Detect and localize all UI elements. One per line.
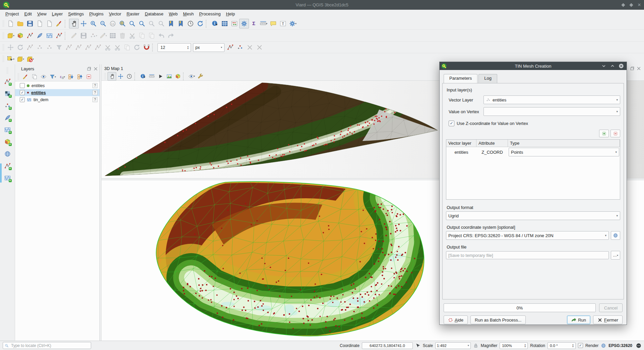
new-spatialite-layer-button[interactable] xyxy=(35,31,45,41)
expand-all-button[interactable] xyxy=(66,72,75,81)
value-on-vertex-combo[interactable]: ▾ xyxy=(484,107,620,116)
snapping-button[interactable] xyxy=(142,43,151,52)
new-virtual-layer-button[interactable] xyxy=(54,31,64,41)
export-3d-scene-button[interactable] xyxy=(174,72,182,81)
use-z-checkbox[interactable]: ✓ xyxy=(449,121,454,126)
map-refresh-button[interactable] xyxy=(195,19,205,28)
select-rectangle-button[interactable]: ▾ xyxy=(6,54,15,64)
minimize-button[interactable] xyxy=(621,3,625,7)
select-by-form-button[interactable]: ▾ xyxy=(15,54,25,64)
animations-button[interactable] xyxy=(156,72,165,81)
float-panel-icon[interactable] xyxy=(86,66,91,71)
run-batch-button[interactable]: Run as Batch Process... xyxy=(470,316,526,324)
crs-globe-icon[interactable] xyxy=(601,343,606,348)
menu-layer[interactable]: Layer xyxy=(49,10,66,17)
render-checkbox[interactable]: ✓ xyxy=(578,343,583,348)
menu-edit[interactable]: Edit xyxy=(21,10,34,17)
browse-file-button[interactable]: … ▾ xyxy=(611,251,620,260)
style-manager-button[interactable] xyxy=(54,19,64,28)
add-wms-layer-button[interactable] xyxy=(3,149,12,159)
zoom-native-button[interactable] xyxy=(108,19,118,28)
coordinate-box[interactable] xyxy=(362,342,413,349)
new-shapefile-button[interactable] xyxy=(25,31,35,41)
text-annotation-button[interactable] xyxy=(278,19,288,28)
layer-item-entities[interactable]: entities? xyxy=(15,82,100,89)
zoom-to-layer-button[interactable] xyxy=(137,19,147,28)
close-panel-icon[interactable] xyxy=(93,66,98,71)
configure-3d-button[interactable] xyxy=(196,72,205,81)
coordinate-input[interactable] xyxy=(364,343,411,348)
add-vector-button[interactable]: + xyxy=(3,161,12,171)
layer-item-tin_dem[interactable]: ✓tin_dem? xyxy=(15,96,100,103)
table-row[interactable]: entities Z_COORD Points ▾ xyxy=(446,147,620,157)
rotation-input[interactable] xyxy=(549,343,571,348)
temporal-controller-button[interactable] xyxy=(186,19,195,28)
new-spatialite-button[interactable]: + xyxy=(3,113,12,123)
manage-map-themes-button[interactable] xyxy=(39,72,48,81)
layer-item-entities[interactable]: ✓entities? xyxy=(15,89,100,96)
identify-features-button[interactable] xyxy=(210,19,220,28)
magnifier-box[interactable]: ▲▼ xyxy=(500,342,528,349)
help-button[interactable]: Aide xyxy=(444,316,468,324)
save-project-button[interactable] xyxy=(25,19,35,28)
menu-project[interactable]: Project xyxy=(3,10,21,17)
rotation-box[interactable]: ▲▼ xyxy=(548,342,576,349)
output-file-input[interactable] xyxy=(446,251,609,259)
digitize-with-curve-button[interactable] xyxy=(235,43,245,52)
new-print-layout-button[interactable] xyxy=(35,19,45,28)
new-project-button[interactable] xyxy=(6,19,15,28)
maximize-button[interactable] xyxy=(629,3,633,7)
add-group-button[interactable] xyxy=(30,72,39,81)
stroke-width-spinbox[interactable]: 12▲▼ xyxy=(157,43,191,52)
map-tips-button[interactable] xyxy=(268,19,278,28)
maximize-dialog-icon[interactable] xyxy=(610,63,615,69)
add-row-button[interactable] xyxy=(599,130,609,137)
close-dialog-button[interactable]: Fermer xyxy=(593,316,623,324)
new-shapefile-layer-button[interactable]: + xyxy=(3,77,12,86)
new-mesh-button[interactable]: + xyxy=(3,125,12,135)
layer-visibility-checkbox[interactable] xyxy=(20,83,25,88)
menu-mesh[interactable]: Mesh xyxy=(180,10,196,17)
layer-indicator-badge[interactable]: ? xyxy=(92,90,98,95)
scale-combo[interactable]: 1:492 ▾ xyxy=(435,342,471,349)
locator-bar[interactable] xyxy=(3,342,91,349)
filter-by-expression-button[interactable]: ▾ xyxy=(57,72,66,81)
menu-view[interactable]: View xyxy=(35,10,49,17)
processing-toolbox-button[interactable] xyxy=(239,19,249,28)
open-project-button[interactable] xyxy=(15,19,25,28)
enable-tracing-button[interactable] xyxy=(226,43,235,52)
effects-button[interactable]: ▾ xyxy=(187,72,196,81)
locator-input[interactable] xyxy=(10,343,89,348)
annotation-tools-button[interactable]: ▾ xyxy=(288,19,298,28)
deselect-overlap-button[interactable]: ▾ xyxy=(25,54,35,64)
new-bookmark-button[interactable] xyxy=(166,19,176,28)
menu-web[interactable]: Web xyxy=(166,10,181,17)
save-as-image-button[interactable] xyxy=(165,72,174,81)
data-source-manager-button[interactable]: ▾ xyxy=(6,31,15,41)
measure-button[interactable]: ▾ xyxy=(259,19,268,28)
menu-database[interactable]: Database xyxy=(142,10,166,17)
close-dialog-icon[interactable] xyxy=(619,63,624,69)
add-grid-button[interactable]: + xyxy=(3,173,12,183)
statistical-summary-button[interactable] xyxy=(249,19,259,28)
menu-processing[interactable]: Processing xyxy=(196,10,223,17)
messages-icon[interactable] xyxy=(636,343,641,348)
run-button[interactable]: Run xyxy=(567,316,590,324)
layout-manager-button[interactable] xyxy=(45,19,54,28)
spinner-arrows[interactable]: ▲▼ xyxy=(186,46,190,50)
output-crs-combo[interactable]: Project CRS: EPSG:32620 - WGS 84 / UTM z… xyxy=(446,231,609,240)
shade-dialog-icon[interactable] xyxy=(601,63,606,69)
select-crs-button[interactable] xyxy=(611,231,620,240)
output-format-combo[interactable]: Ugrid ▾ xyxy=(446,211,620,220)
camera-pan-button[interactable] xyxy=(108,72,116,81)
layer-indicator-badge[interactable]: ? xyxy=(92,83,98,88)
unit-combo[interactable]: px▾ xyxy=(193,43,224,52)
zoom-in-button[interactable] xyxy=(88,19,98,28)
collapse-all-button[interactable] xyxy=(75,72,84,81)
new-raster-layer-button[interactable]: + xyxy=(3,89,12,98)
magnifier-input[interactable] xyxy=(501,343,523,348)
extent-toggle-icon[interactable] xyxy=(415,343,421,348)
remove-row-button[interactable] xyxy=(610,130,620,137)
statistics-button[interactable] xyxy=(230,19,239,28)
menu-plugins[interactable]: Plugins xyxy=(86,10,106,17)
